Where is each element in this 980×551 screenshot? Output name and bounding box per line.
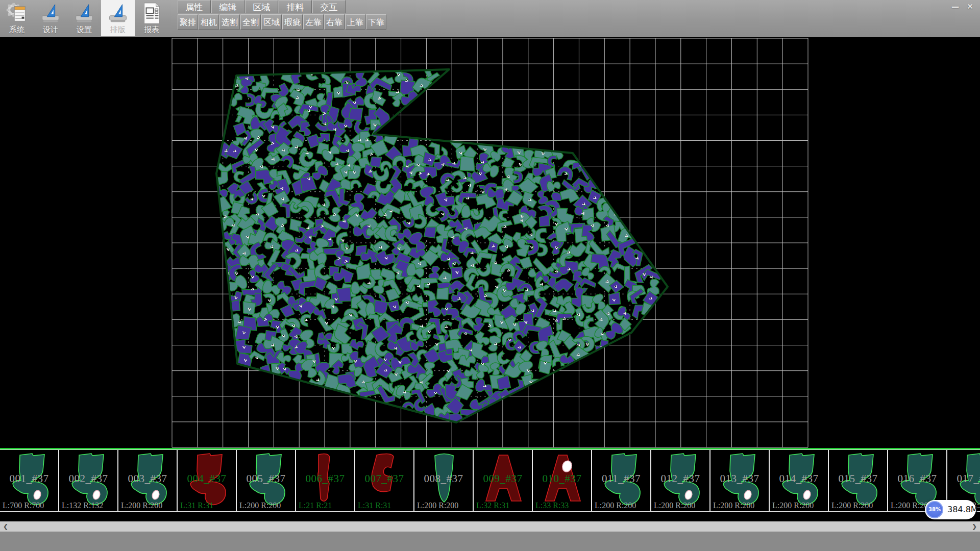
scroll-left-icon[interactable]: ❮	[3, 521, 8, 532]
tool-button-1[interactable]: 相机	[199, 14, 219, 30]
part-label: 012_#37	[651, 472, 709, 485]
thumbnail-cell-2[interactable]: 002_#37 L:132 R:132	[59, 450, 118, 511]
part-sizes: L:200 R:200	[713, 501, 754, 510]
part-label: 007_#37	[355, 472, 413, 485]
part-sizes: L:200 R:200	[772, 501, 814, 510]
part-label: 006_#37	[296, 472, 354, 485]
part-label: 017_#37	[947, 472, 980, 485]
part-sizes: L:31 R:31	[180, 501, 213, 510]
part-label: 009_#37	[474, 472, 532, 485]
app-tab-2[interactable]: 设置	[67, 0, 101, 36]
scroll-right-icon[interactable]: ❯	[972, 521, 977, 532]
menu-item-2[interactable]: 区域	[245, 0, 278, 13]
thumbnail-cell-11[interactable]: 011_#37 L:200 R:200	[592, 450, 651, 511]
horizontal-scrollbar[interactable]: ❮ ❯	[0, 521, 980, 532]
set-square-icon	[39, 2, 62, 25]
menu-item-3[interactable]: 排料	[279, 0, 312, 13]
part-label: 013_#37	[710, 472, 769, 485]
app-tab-1[interactable]: 设计	[34, 0, 67, 36]
app-tab-bar: 系统 设计 设置 排版	[0, 0, 168, 36]
nesting-canvas-svg	[0, 37, 980, 449]
menu-item-0[interactable]: 属性	[178, 0, 211, 13]
thumbnail-cell-8[interactable]: 008_#37 L:200 R:200	[414, 450, 474, 511]
app-tab-0[interactable]: 系统	[0, 0, 34, 36]
thumbnail-cell-3[interactable]: 003_#37 L:200 R:200	[118, 450, 178, 511]
window-controls: — ✕	[948, 1, 977, 12]
app-tab-label: 报表	[135, 25, 168, 35]
tool-button-7[interactable]: 右靠	[324, 14, 345, 30]
part-label: 011_#37	[592, 472, 650, 485]
app-tab-3-selected[interactable]: 排版	[101, 0, 135, 36]
system-gear-icon	[5, 2, 29, 25]
thumbnail-cell-6[interactable]: 006_#37 L:21 R:21	[296, 450, 355, 511]
part-sizes: L:200 R:200	[654, 501, 695, 510]
thumbnail-cell-15[interactable]: 015_#37 L:200 R:200	[829, 450, 888, 511]
header-toolbar: 系统 设计 设置 排版	[0, 0, 980, 37]
part-label: 005_#37	[237, 472, 295, 485]
nesting-canvas[interactable]	[0, 37, 980, 449]
thumbnail-cell-12[interactable]: 012_#37 L:200 R:200	[651, 450, 710, 511]
tool-bar: 聚排相机选割全割区域瑕疵左靠右靠上靠下靠	[178, 14, 387, 30]
part-label: 003_#37	[118, 472, 177, 485]
app-tab-label: 设置	[67, 25, 101, 35]
part-sizes: L:200 R:200	[121, 501, 162, 510]
thumbnail-cell-7[interactable]: 007_#37 L:31 R:31	[355, 450, 414, 511]
thumbnail-cell-5[interactable]: 005_#37 L:200 R:200	[237, 450, 296, 511]
application-window: 系统 设计 设置 排版	[0, 0, 980, 551]
part-label: 014_#37	[770, 472, 828, 485]
part-label: 015_#37	[829, 472, 887, 485]
memory-size-label: 384.8M	[947, 500, 978, 519]
app-tab-label: 排版	[101, 25, 135, 35]
app-tab-label: 设计	[34, 25, 67, 35]
tool-button-8[interactable]: 上靠	[345, 14, 365, 30]
menu-item-1[interactable]: 编辑	[211, 0, 244, 13]
usage-percent-circle: 38%	[926, 501, 943, 518]
part-sizes: L:132 R:132	[62, 501, 103, 510]
thumbnail-cell-9[interactable]: 009_#37 L:32 R:31	[474, 450, 533, 511]
usage-badge: 38% 384.8M	[925, 500, 976, 519]
part-label: 002_#37	[59, 472, 117, 485]
tool-button-9[interactable]: 下靠	[366, 14, 386, 30]
tool-button-3[interactable]: 全割	[240, 14, 261, 30]
part-sizes: L:200 R:200	[831, 501, 873, 510]
part-label: 010_#37	[533, 472, 591, 485]
thumbnail-cell-14[interactable]: 014_#37 L:200 R:200	[770, 450, 829, 511]
tool-button-4[interactable]: 区域	[261, 14, 282, 30]
minimize-button[interactable]: —	[948, 1, 963, 12]
thumbnail-cell-1[interactable]: 001_#37 L:700 R:700	[0, 450, 59, 511]
part-sizes: L:200 R:200	[417, 501, 458, 510]
part-sizes: L:33 R:33	[535, 501, 569, 510]
tool-button-0[interactable]: 聚排	[178, 14, 198, 30]
thumbnail-cell-13[interactable]: 013_#37 L:200 R:200	[710, 450, 770, 511]
tool-button-6[interactable]: 左靠	[303, 14, 324, 30]
part-label: 008_#37	[414, 472, 473, 485]
thumbnail-cell-4[interactable]: 004_#37 L:31 R:31	[178, 450, 237, 511]
status-bar	[0, 532, 980, 551]
part-label: 004_#37	[178, 472, 236, 485]
part-sizes: L:32 R:31	[476, 501, 509, 510]
parts-filmstrip: 001_#37 L:700 R:700 002_#37 L:132 R:132 …	[0, 449, 980, 512]
app-tab-label: 系统	[0, 25, 34, 35]
part-label: 016_#37	[888, 472, 946, 485]
part-sizes: L:200 R:200	[239, 501, 281, 510]
part-sizes: L:31 R:31	[358, 501, 391, 510]
part-sizes: L:200 R:200	[595, 501, 636, 510]
app-tab-4[interactable]: 报表	[135, 0, 168, 36]
menu-bar: 属性编辑区域排料交互	[178, 0, 346, 13]
part-sizes: L:700 R:700	[3, 501, 44, 510]
tool-button-2[interactable]: 选割	[219, 14, 240, 30]
menu-item-4[interactable]: 交互	[312, 0, 346, 13]
thumbnail-cell-10[interactable]: 010_#37 L:33 R:33	[533, 450, 592, 511]
tool-button-5[interactable]: 瑕疵	[282, 14, 303, 30]
set-square-icon	[106, 2, 130, 25]
part-sizes: L:21 R:21	[299, 501, 332, 510]
report-doc-icon	[140, 2, 163, 25]
part-label: 001_#37	[0, 472, 58, 485]
close-button[interactable]: ✕	[963, 1, 977, 12]
set-square-icon	[72, 2, 96, 25]
